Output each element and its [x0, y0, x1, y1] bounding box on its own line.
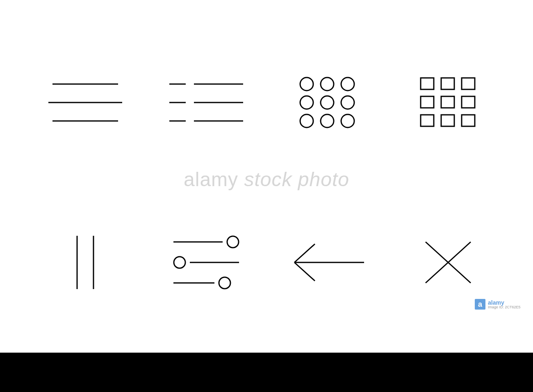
svg-rect-26: [462, 115, 475, 126]
svg-rect-19: [441, 78, 454, 89]
svg-point-11: [341, 77, 354, 91]
alamy-name: alamy: [488, 300, 521, 305]
svg-point-16: [321, 114, 334, 128]
svg-rect-21: [421, 96, 434, 108]
alamy-mark: a: [475, 299, 485, 310]
svg-point-13: [321, 96, 334, 109]
svg-rect-18: [421, 78, 434, 89]
grid-squares-icon: [407, 70, 489, 135]
svg-point-34: [219, 277, 230, 289]
svg-rect-24: [421, 115, 434, 126]
hamburger-menu-icon: [44, 70, 126, 135]
bottom-black-bar: [0, 353, 533, 392]
svg-point-14: [341, 96, 354, 109]
arrow-left-icon: [286, 230, 368, 295]
svg-point-17: [341, 114, 354, 128]
svg-rect-25: [441, 115, 454, 126]
sliders-settings-icon: [165, 230, 247, 295]
icon-grid: [33, 70, 500, 295]
pause-icon: [44, 230, 126, 295]
svg-line-37: [294, 262, 315, 281]
svg-point-31: [174, 257, 185, 268]
svg-point-30: [227, 236, 239, 248]
close-x-icon: [407, 230, 489, 295]
svg-rect-23: [462, 96, 475, 108]
list-menu-icon: [165, 70, 247, 135]
svg-point-15: [300, 114, 313, 128]
alamy-image-id: Image ID: 2CT62E5: [488, 305, 521, 309]
svg-rect-22: [441, 96, 454, 108]
grid-circles-icon: [286, 70, 368, 135]
svg-line-36: [294, 244, 315, 262]
svg-point-10: [321, 77, 334, 91]
svg-point-12: [300, 96, 313, 109]
svg-rect-20: [462, 78, 475, 89]
icon-sheet-canvas: alamy stock photo a alamy Image ID: 2CT6…: [0, 0, 533, 353]
svg-point-9: [300, 77, 313, 91]
alamy-corner-logo: a alamy Image ID: 2CT62E5: [475, 299, 528, 310]
